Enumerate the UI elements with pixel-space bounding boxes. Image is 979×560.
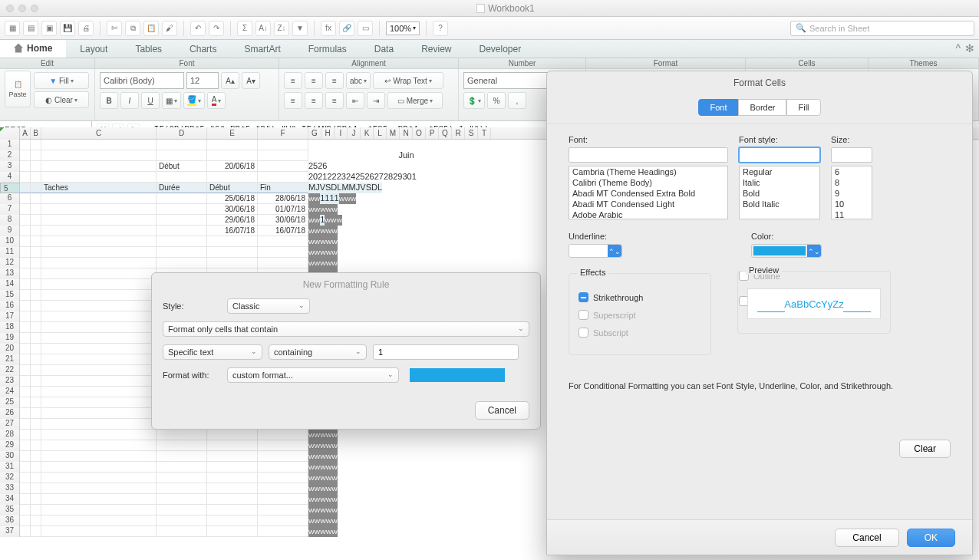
cell[interactable] (41, 344, 157, 354)
cell[interactable] (41, 258, 157, 268)
cell[interactable] (31, 183, 41, 193)
cell[interactable] (41, 516, 157, 526)
gantt-cell[interactable] (308, 494, 315, 505)
gantt-cell[interactable]: 30 (403, 172, 412, 183)
gantt-cell[interactable] (331, 247, 338, 258)
row-head[interactable]: 33 (0, 483, 20, 494)
cell[interactable] (41, 215, 157, 226)
cell[interactable] (20, 387, 31, 397)
row-head[interactable]: 17 (0, 311, 20, 322)
cell[interactable] (157, 473, 207, 483)
gantt-cell[interactable] (326, 505, 332, 516)
row-head[interactable]: 5 (0, 183, 20, 193)
align-mid-button[interactable]: ≡ (305, 72, 323, 89)
gantt-cell[interactable] (308, 193, 315, 204)
gantt-cell[interactable] (308, 451, 315, 462)
row-head[interactable]: 27 (0, 419, 20, 430)
cell[interactable] (207, 430, 258, 440)
gantt-cell[interactable] (315, 430, 321, 440)
cell[interactable] (41, 365, 157, 376)
cell[interactable]: 25/06/18 (207, 193, 258, 204)
gantt-cell[interactable]: 1 (412, 172, 417, 183)
gantt-cell[interactable] (320, 226, 326, 236)
gantt-cell[interactable] (326, 236, 332, 247)
cell[interactable] (41, 505, 157, 516)
cell[interactable] (258, 258, 308, 268)
hyper-icon[interactable]: 🔗 (339, 21, 354, 36)
cell[interactable] (41, 440, 157, 451)
cell[interactable] (207, 494, 258, 505)
gantt-cell[interactable] (308, 258, 315, 268)
gantt-cell[interactable] (331, 462, 338, 473)
cell[interactable] (207, 483, 258, 494)
cell[interactable] (31, 311, 41, 322)
cell[interactable] (31, 215, 41, 226)
cell[interactable] (207, 473, 258, 483)
cell[interactable] (157, 140, 207, 150)
row-head[interactable]: 32 (0, 473, 20, 483)
fx-icon[interactable]: fx (321, 21, 336, 36)
gantt-cell[interactable] (315, 451, 321, 462)
shrink-font-button[interactable]: A▾ (242, 72, 260, 89)
gantt-cell[interactable] (308, 462, 315, 473)
cell[interactable] (31, 333, 41, 344)
gantt-cell[interactable] (308, 516, 315, 526)
row-head[interactable]: 8 (0, 215, 20, 226)
gantt-cell[interactable] (320, 505, 326, 516)
gantt-cell[interactable] (315, 440, 321, 451)
cell[interactable] (207, 516, 258, 526)
cell[interactable] (31, 397, 41, 408)
style-select[interactable]: Classic ⌄ (227, 298, 310, 314)
cell[interactable] (20, 526, 31, 537)
cell[interactable] (157, 430, 207, 440)
cell[interactable] (157, 516, 207, 526)
row-head[interactable]: 21 (0, 354, 20, 365)
cell[interactable] (41, 279, 157, 290)
cell[interactable] (20, 516, 31, 526)
gantt-cell[interactable] (326, 516, 332, 526)
cell[interactable] (20, 408, 31, 419)
cell[interactable] (41, 322, 157, 333)
gantt-cell[interactable]: L (377, 183, 382, 193)
row-head[interactable]: 12 (0, 258, 20, 268)
clear-button[interactable]: Clear (899, 440, 951, 458)
fontcolor-button[interactable]: A▾ (207, 92, 226, 109)
cell[interactable] (31, 236, 41, 247)
cell[interactable] (41, 290, 157, 301)
cell[interactable] (20, 505, 31, 516)
cell[interactable] (41, 193, 157, 204)
cell[interactable] (157, 451, 207, 462)
cell[interactable] (31, 172, 41, 183)
row-head[interactable]: 9 (0, 226, 20, 236)
cell[interactable] (31, 301, 41, 311)
gantt-cell[interactable] (320, 440, 326, 451)
gantt-cell[interactable] (331, 236, 338, 247)
gantt-cell[interactable] (308, 473, 315, 483)
cell[interactable] (31, 516, 41, 526)
fontstyle-input[interactable] (739, 147, 820, 163)
cut-icon[interactable]: ✄ (107, 21, 122, 36)
cell[interactable] (157, 483, 207, 494)
gantt-cell[interactable] (320, 473, 326, 483)
cell[interactable] (20, 193, 31, 204)
gantt-cell[interactable] (308, 505, 315, 516)
align-top-button[interactable]: ≡ (284, 72, 302, 89)
gantt-cell[interactable] (351, 193, 357, 204)
align-left-button[interactable]: ≡ (284, 92, 302, 109)
fontstyle-list[interactable]: RegularItalicBoldBold Italic (739, 166, 820, 219)
borders-button[interactable]: ▦▾ (162, 92, 181, 109)
cell[interactable] (20, 215, 31, 226)
cell[interactable] (41, 333, 157, 344)
cell[interactable] (41, 204, 157, 215)
cell[interactable] (207, 247, 258, 258)
gantt-cell[interactable] (326, 204, 332, 215)
gantt-cell[interactable] (308, 215, 315, 226)
cell[interactable] (20, 226, 31, 236)
tab-font[interactable]: Font (698, 99, 738, 116)
row-head[interactable]: 7 (0, 204, 20, 215)
cell[interactable] (207, 140, 258, 150)
cell[interactable] (41, 473, 157, 483)
cell[interactable] (31, 204, 41, 215)
gantt-cell[interactable] (320, 247, 326, 258)
cell[interactable] (20, 301, 31, 311)
